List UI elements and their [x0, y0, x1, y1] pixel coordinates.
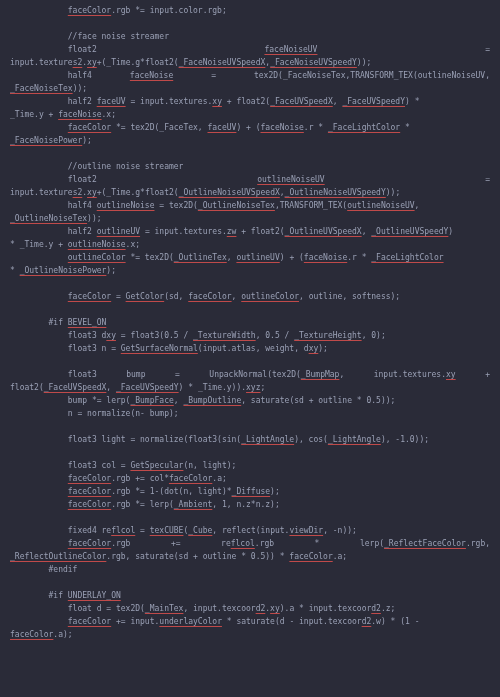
code-line[interactable]: [0, 277, 500, 290]
code-line[interactable]: outlineColor *= tex2D(_OutlineTex, outli…: [0, 251, 500, 264]
code-line[interactable]: * _Time.y + outlineNoise.x;: [0, 238, 500, 251]
code-line[interactable]: faceColor.rgb *= lerp(_Ambient, 1, n.z*n…: [0, 498, 500, 511]
code-line[interactable]: [0, 303, 500, 316]
code-line[interactable]: bump *= lerp(_BumpFace, _BumpOutline, sa…: [0, 394, 500, 407]
code-line[interactable]: #if BEVEL_ON: [0, 316, 500, 329]
code-line[interactable]: n = normalize(n- bump);: [0, 407, 500, 420]
code-line[interactable]: input.textures2.xy+(_Time.g*float2(_Outl…: [0, 186, 500, 199]
code-line[interactable]: faceColor.rgb *= input.color.rgb;: [0, 4, 500, 17]
code-line[interactable]: faceColor.rgb *= 1-(dot(n, light)*_Diffu…: [0, 485, 500, 498]
code-line[interactable]: faceColor *= tex2D(_FaceTex, faceUV) + (…: [0, 121, 500, 134]
code-line[interactable]: float2faceNoiseUV=: [0, 43, 500, 56]
code-line[interactable]: [0, 420, 500, 433]
code-line[interactable]: input.textures2.xy+(_Time.g*float2(_Face…: [0, 56, 500, 69]
code-line[interactable]: faceColor.rgb+=reflcol.rgb*lerp(_Reflect…: [0, 537, 500, 550]
code-line[interactable]: #if UNDERLAY_ON: [0, 589, 500, 602]
code-line[interactable]: float3 n = GetSurfaceNormal(input.atlas,…: [0, 342, 500, 355]
code-line[interactable]: half2 outlineUV = input.textures.zw + fl…: [0, 225, 500, 238]
code-line[interactable]: float3 col = GetSpecular(n, light);: [0, 459, 500, 472]
code-line[interactable]: [0, 17, 500, 30]
code-line[interactable]: float2(_FaceUVSpeedX, _FaceUVSpeedY) * _…: [0, 381, 500, 394]
code-line[interactable]: half4faceNoise=tex2D(_FaceNoiseTex,TRANS…: [0, 69, 500, 82]
code-line[interactable]: fixed4 reflcol = texCUBE(_Cube, reflect(…: [0, 524, 500, 537]
code-line[interactable]: _FaceNoisePower);: [0, 134, 500, 147]
code-line[interactable]: _OutlineNoiseTex));: [0, 212, 500, 225]
code-line[interactable]: [0, 511, 500, 524]
code-line[interactable]: _FaceNoiseTex));: [0, 82, 500, 95]
code-line[interactable]: float3 light = normalize(float3(sin(_Lig…: [0, 433, 500, 446]
code-line[interactable]: float2outlineNoiseUV=: [0, 173, 500, 186]
code-line[interactable]: #endif: [0, 563, 500, 576]
code-line[interactable]: //outline noise streamer: [0, 160, 500, 173]
code-line[interactable]: [0, 446, 500, 459]
code-line[interactable]: faceColor = GetColor(sd, faceColor, outl…: [0, 290, 500, 303]
code-line[interactable]: _ReflectOutlineColor.rgb, saturate(sd + …: [0, 550, 500, 563]
code-line[interactable]: faceColor.rgb += col*faceColor.a;: [0, 472, 500, 485]
code-line[interactable]: float3 dxy = float3(0.5 / _TextureWidth,…: [0, 329, 500, 342]
code-line[interactable]: [0, 355, 500, 368]
code-line[interactable]: float3bump=UnpackNormal(tex2D(_BumpMap,i…: [0, 368, 500, 381]
code-line[interactable]: half2 faceUV = input.textures.xy + float…: [0, 95, 500, 108]
code-line[interactable]: //face noise streamer: [0, 30, 500, 43]
code-line[interactable]: faceColor.a);: [0, 628, 500, 641]
code-line[interactable]: _Time.y + faceNoise.x;: [0, 108, 500, 121]
code-line[interactable]: [0, 147, 500, 160]
code-line[interactable]: * _OutlineNoisePower);: [0, 264, 500, 277]
code-line[interactable]: faceColor += input.underlayColor * satur…: [0, 615, 500, 628]
code-line[interactable]: [0, 576, 500, 589]
code-editor[interactable]: faceColor.rgb *= input.color.rgb; //face…: [0, 0, 500, 641]
code-line[interactable]: float d = tex2D(_MainTex, input.texcoord…: [0, 602, 500, 615]
code-line[interactable]: half4 outlineNoise = tex2D(_OutlineNoise…: [0, 199, 500, 212]
